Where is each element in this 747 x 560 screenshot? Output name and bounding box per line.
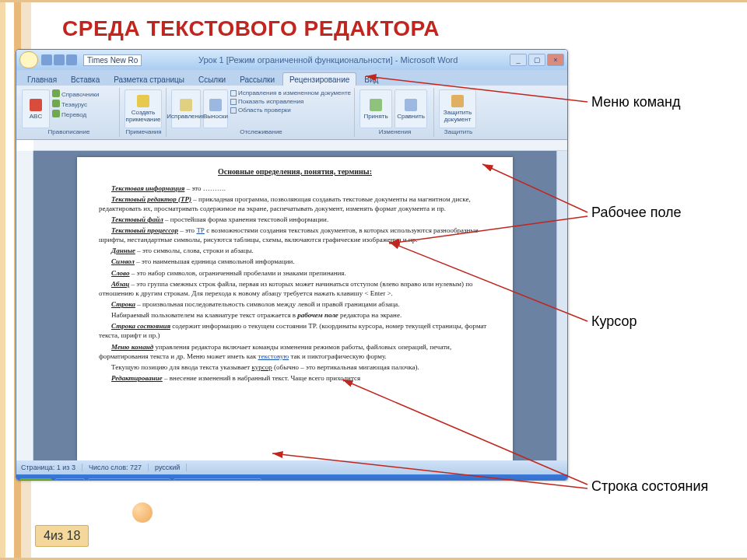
ribbon-group-protect: Защитить документ Защитить <box>436 88 481 137</box>
track-changes-button[interactable]: Исправления <box>171 89 201 128</box>
ribbon-group-tracking: Исправления Выноски Исправления в измене… <box>168 88 355 137</box>
compare-button[interactable]: Сравнить <box>395 89 427 128</box>
taskbar-item-ppt[interactable]: Microsoft PowerPoint ... <box>174 478 261 481</box>
balloon-icon <box>209 99 222 111</box>
reviewing-pane-dropdown[interactable]: Область проверки <box>238 107 291 114</box>
system-tray: RU 13:40 <box>527 480 564 481</box>
thesaurus-icon <box>52 100 60 107</box>
ribbon-group-changes: Принять Сравнить Изменения <box>356 88 434 137</box>
compare-icon <box>405 99 417 111</box>
tab-home[interactable]: Главная <box>21 73 63 86</box>
annot-menu: Меню команд <box>591 94 681 110</box>
slide-title: СРЕДА ТЕКСТОВОГО РЕДАКТОРА <box>62 16 440 41</box>
tab-insert[interactable]: Вставка <box>65 73 106 86</box>
document-area[interactable]: Основные определения, понятия, термины: … <box>33 151 556 460</box>
group-label-tracking: Отслеживание <box>171 128 351 135</box>
accept-button[interactable]: Принять <box>359 89 392 128</box>
status-lang[interactable]: русский <box>155 464 187 471</box>
thesaurus-button[interactable]: Тезаурус <box>61 101 87 108</box>
group-label-comments: Примечания <box>124 128 163 135</box>
comment-icon <box>137 95 149 107</box>
document-page: Основные определения, понятия, термины: … <box>77 157 513 460</box>
windows-taskbar: пуск word Урок 1 [Режим огра... Microsof… <box>16 474 567 481</box>
word-title-bar: Times New Ro Урок 1 [Режим ограниченной … <box>16 50 567 70</box>
check-icon <box>230 107 237 114</box>
qat-redo-icon[interactable] <box>66 54 77 65</box>
accept-icon <box>370 99 382 111</box>
word-status-bar: Страница: 1 из 3 Число слов: 727 русский <box>16 460 567 474</box>
research-button[interactable]: Справочники <box>61 91 99 98</box>
vertical-ruler[interactable] <box>16 151 33 460</box>
tab-view[interactable]: Вид <box>358 73 384 86</box>
annot-statusbar: Строка состояния <box>591 478 708 495</box>
translate-icon <box>52 110 60 117</box>
qat-undo-icon[interactable] <box>54 54 65 65</box>
translate-button[interactable]: Перевод <box>61 111 86 118</box>
doc-heading: Основные определения, понятия, термины: <box>99 166 491 177</box>
abc-icon <box>30 99 42 111</box>
show-markup-dropdown[interactable]: Показать исправления <box>238 98 303 105</box>
minimize-button[interactable]: _ <box>510 54 527 66</box>
ribbon: ABC Справочники Тезаурус Перевод Правопи… <box>16 86 567 140</box>
display-mode-dropdown[interactable]: Исправления в измененном документе <box>238 89 351 96</box>
group-label-changes: Изменения <box>359 128 430 135</box>
status-page[interactable]: Страница: 1 из 3 <box>21 464 82 471</box>
tray-lang[interactable]: RU <box>527 480 542 481</box>
group-label-proofing: Правописание <box>22 128 116 135</box>
status-words[interactable]: Число слов: 727 <box>89 464 149 471</box>
window-title-text: Урок 1 [Режим ограниченной функционально… <box>146 55 510 65</box>
tab-review[interactable]: Рецензирование <box>282 72 356 86</box>
spelling-button[interactable]: ABC <box>22 89 50 128</box>
slide-nav-dot <box>132 502 153 523</box>
check-icon <box>230 90 237 96</box>
tab-mailings[interactable]: Рассылки <box>233 73 281 86</box>
book-icon <box>52 89 60 97</box>
maximize-button[interactable]: ▢ <box>528 54 545 66</box>
font-selector[interactable]: Times New Ro <box>83 54 142 66</box>
office-button[interactable] <box>19 51 38 68</box>
taskbar-item-word[interactable]: Урок 1 [Режим огра... <box>88 478 170 481</box>
annot-workfield: Рабочее поле <box>591 205 682 221</box>
group-label-protect: Защитить <box>439 128 478 135</box>
protect-button[interactable]: Защитить документ <box>439 89 476 128</box>
lock-icon <box>451 95 464 107</box>
close-button[interactable]: × <box>547 54 564 66</box>
horizontal-ruler[interactable] <box>33 140 567 151</box>
taskbar-item-folder[interactable]: word <box>55 478 85 481</box>
ribbon-group-comments: Создать примечание Примечания <box>121 88 167 137</box>
word-app-window: Times New Ro Урок 1 [Режим ограниченной … <box>16 49 568 481</box>
new-comment-button[interactable]: Создать примечание <box>124 89 162 128</box>
ribbon-tabs: Главная Вставка Разметка страницы Ссылки… <box>16 70 567 86</box>
tab-references[interactable]: Ссылки <box>192 73 232 86</box>
ribbon-group-proofing: ABC Справочники Тезаурус Перевод Правопи… <box>19 88 120 137</box>
vertical-scrollbar[interactable] <box>556 151 567 460</box>
track-icon <box>180 99 192 111</box>
tab-pagelayout[interactable]: Разметка страницы <box>107 73 191 86</box>
slide-page-indicator: 4из 18 <box>35 525 89 547</box>
spelling-label: ABC <box>30 113 42 120</box>
quick-access-toolbar[interactable] <box>41 54 77 65</box>
annot-cursor: Курсор <box>591 313 637 330</box>
tray-clock[interactable]: 13:40 <box>545 481 564 481</box>
check-icon <box>230 99 237 105</box>
balloons-button[interactable]: Выноски <box>203 89 228 128</box>
start-button[interactable]: пуск <box>19 478 52 481</box>
qat-save-icon[interactable] <box>41 54 52 65</box>
